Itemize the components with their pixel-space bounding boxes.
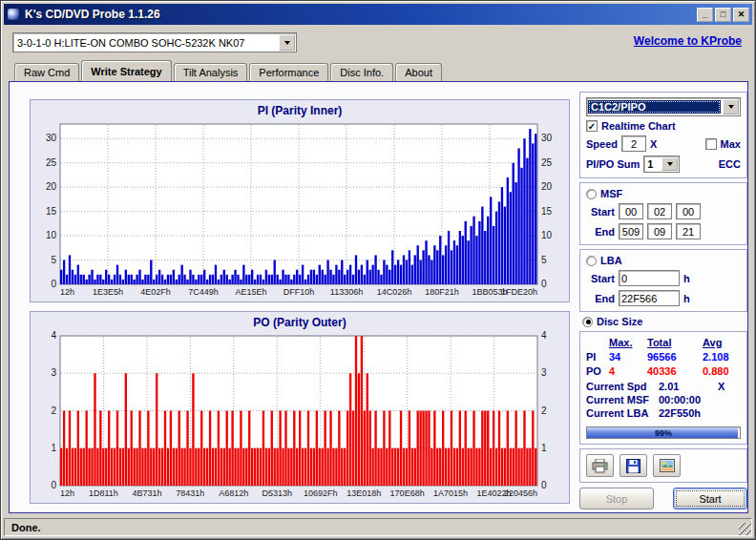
svg-text:1: 1 (51, 443, 56, 453)
msf-radio-row: MSF (586, 188, 741, 199)
svg-text:20: 20 (541, 181, 553, 192)
svg-text:10692Fh: 10692Fh (304, 488, 338, 498)
po-row-label: PO (586, 365, 609, 377)
svg-text:1: 1 (541, 443, 547, 453)
current-lba-value: 22F550h (659, 407, 714, 419)
svg-text:DFF10h: DFF10h (284, 287, 315, 297)
tab-tilt-analysis[interactable]: Tilt Analysis (174, 63, 248, 81)
current-spd-value: 2.01 (659, 381, 714, 392)
msf-end-frame-field[interactable] (676, 223, 701, 239)
msf-start-min-field[interactable] (619, 203, 643, 219)
output-buttons-group (579, 448, 747, 483)
stop-button[interactable]: Stop (579, 488, 654, 509)
mode-selector[interactable]: C1C2/PIPO (586, 97, 741, 116)
speed-input[interactable] (621, 135, 646, 152)
pipo-sum-select[interactable]: 1 (643, 156, 680, 173)
svg-text:0: 0 (541, 279, 547, 289)
progress-bar: 99% (586, 426, 741, 439)
svg-text:10: 10 (46, 230, 57, 240)
msf-radio[interactable] (586, 189, 597, 199)
svg-text:3: 3 (541, 367, 547, 378)
lba-end-unit: h (683, 293, 690, 304)
svg-text:30: 30 (46, 133, 57, 143)
tab-strip: Raw Cmd Write Strategy Tilt Analysis Per… (14, 60, 444, 81)
print-button[interactable] (586, 454, 614, 477)
window-title: K's CD/DVD Probe 1.1.26 (25, 8, 697, 21)
tab-performance[interactable]: Performance (249, 63, 328, 81)
svg-text:15: 15 (46, 206, 57, 217)
pi-total: 96566 (647, 351, 703, 363)
tab-about[interactable]: About (395, 63, 442, 81)
chevron-down-icon (728, 105, 734, 109)
realtime-chart-label: Realtime Chart (601, 120, 676, 132)
current-spd-label: Current Spd (586, 381, 655, 392)
pi-chart-title: PI (Parity Inner) (31, 100, 569, 118)
svg-text:12h: 12h (60, 287, 74, 297)
scan-actions: Stop Start (579, 488, 747, 509)
tab-write-strategy[interactable]: Write Strategy (81, 60, 171, 81)
current-lba-label: Current LBA (586, 407, 655, 419)
tab-disc-info[interactable]: Disc Info. (330, 63, 393, 81)
maximize-button[interactable]: □ (715, 8, 731, 22)
svg-text:220456h: 220456h (504, 488, 537, 498)
svg-text:113306h: 113306h (330, 287, 363, 297)
lba-end-input[interactable] (619, 290, 680, 306)
max-speed-label: Max (721, 138, 741, 150)
tab-raw-cmd[interactable]: Raw Cmd (14, 63, 79, 81)
msf-end-min-field[interactable] (619, 223, 643, 239)
resize-grip[interactable] (739, 523, 751, 535)
svg-text:170E68h: 170E68h (390, 488, 425, 498)
lba-end-label: End (586, 293, 615, 304)
msf-end-sec-field[interactable] (647, 223, 672, 239)
realtime-chart-checkbox[interactable]: ✓ (586, 120, 598, 132)
svg-text:1E3E5h: 1E3E5h (93, 287, 123, 297)
lba-label: LBA (600, 255, 622, 266)
disc-size-radio[interactable] (582, 317, 593, 327)
title-bar: K's CD/DVD Probe 1.1.26 _ □ ✕ (4, 4, 752, 25)
svg-text:4E02Fh: 4E02Fh (140, 287, 171, 297)
pipo-sum-label: PI/PO Sum (586, 158, 640, 170)
pi-plot: 00551010151520202525303012h1E3E5h4E02Fh7… (32, 118, 568, 298)
lba-start-input[interactable] (619, 270, 680, 286)
welcome-link[interactable]: Welcome to KProbe (634, 34, 742, 48)
max-speed-checkbox[interactable] (705, 138, 717, 150)
mode-dropdown-button[interactable] (723, 99, 739, 114)
svg-text:30: 30 (541, 133, 553, 143)
pi-chart: PI (Parity Inner) 0055101015152020252530… (30, 99, 570, 302)
drive-dropdown-button[interactable] (279, 34, 295, 51)
stats-header-total: Total (647, 337, 703, 348)
lba-radio[interactable] (586, 256, 597, 266)
svg-text:5: 5 (51, 255, 56, 265)
msf-start-frame-field[interactable] (676, 203, 701, 219)
msf-start-row: Start (586, 203, 741, 219)
pipo-sum-unit: ECC (719, 158, 741, 170)
current-values: Current Spd 2.01 X Current MSF 00:00:00 … (586, 381, 741, 419)
start-button[interactable]: Start (673, 488, 747, 509)
po-plot: 001122334412h1D811h4B731h78431hA6812hD53… (32, 330, 568, 499)
drive-selector[interactable]: 3-0-1-0 H:LITE-ON COMBO SOHC-5232K NK07 (12, 32, 297, 52)
snapshot-button[interactable] (653, 454, 681, 477)
stats-header-avg: Avg (703, 337, 741, 348)
image-icon (660, 459, 675, 472)
minimize-button[interactable]: _ (697, 8, 713, 22)
pipo-sum-dropdown-button[interactable] (662, 157, 678, 171)
svg-text:25: 25 (46, 157, 57, 168)
svg-text:1A7015h: 1A7015h (433, 488, 468, 498)
lba-start-row: Start h (586, 270, 741, 286)
svg-text:2: 2 (541, 405, 547, 416)
svg-text:7C449h: 7C449h (188, 287, 219, 297)
stats-table: Max. Total Avg PI 34 96566 2.108 PO 4 40… (586, 337, 741, 377)
stats-group: Max. Total Avg PI 34 96566 2.108 PO 4 40… (579, 331, 747, 445)
stats-header-max: Max. (609, 337, 647, 348)
window-controls: _ □ ✕ (697, 8, 749, 22)
msf-start-sec-field[interactable] (647, 203, 672, 219)
svg-text:4: 4 (541, 330, 547, 341)
lba-start-label: Start (586, 273, 615, 284)
svg-text:78431h: 78431h (176, 488, 204, 498)
lba-start-unit: h (683, 273, 690, 284)
check-icon: ✓ (588, 121, 596, 132)
pipo-sum-row: PI/PO Sum 1 ECC (586, 156, 741, 173)
svg-text:0: 0 (51, 279, 56, 289)
save-button[interactable] (620, 454, 647, 477)
close-button[interactable]: ✕ (733, 8, 749, 22)
